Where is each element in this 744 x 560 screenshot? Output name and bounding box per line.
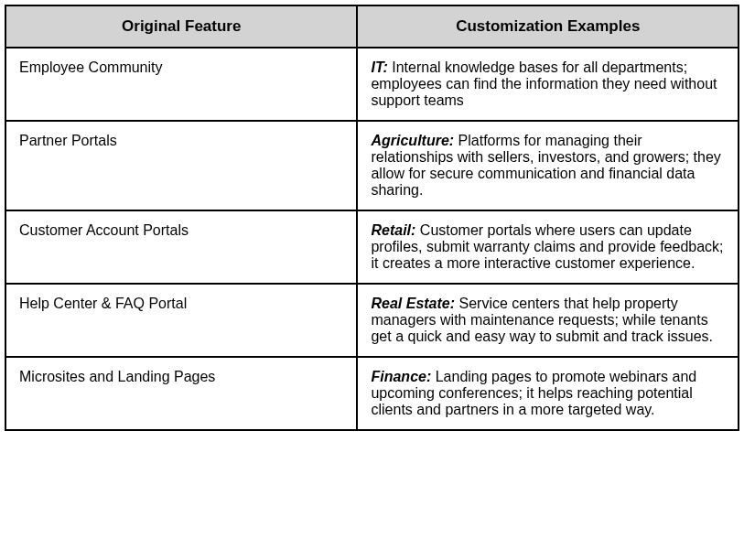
header-customization-examples: Customization Examples bbox=[357, 5, 739, 48]
table-row: Customer Account Portals Retail: Custome… bbox=[5, 210, 739, 284]
table-row: Partner Portals Agriculture: Platforms f… bbox=[5, 121, 739, 210]
feature-table: Original Feature Customization Examples … bbox=[5, 5, 739, 431]
industry-label: IT: bbox=[371, 59, 387, 75]
table-row: Employee Community IT: Internal knowledg… bbox=[5, 48, 739, 121]
example-cell: Real Estate: Service centers that help p… bbox=[357, 284, 739, 357]
industry-label: Finance: bbox=[371, 369, 431, 384]
feature-cell: Customer Account Portals bbox=[5, 210, 357, 284]
example-cell: Retail: Customer portals where users can… bbox=[357, 210, 739, 284]
header-original-feature: Original Feature bbox=[5, 5, 357, 48]
feature-cell: Employee Community bbox=[5, 48, 357, 121]
feature-cell: Microsites and Landing Pages bbox=[5, 357, 357, 430]
example-cell: Finance: Landing pages to promote webina… bbox=[357, 357, 739, 430]
example-description: Customer portals where users can update … bbox=[371, 222, 723, 271]
table-container: Original Feature Customization Examples … bbox=[0, 0, 744, 436]
table-row: Help Center & FAQ Portal Real Estate: Se… bbox=[5, 284, 739, 357]
example-cell: Agriculture: Platforms for managing thei… bbox=[357, 121, 739, 210]
industry-label: Retail: bbox=[371, 222, 415, 238]
table-row: Microsites and Landing Pages Finance: La… bbox=[5, 357, 739, 430]
industry-label: Agriculture: bbox=[371, 133, 454, 148]
example-cell: IT: Internal knowledge bases for all dep… bbox=[357, 48, 739, 121]
feature-cell: Partner Portals bbox=[5, 121, 357, 210]
table-header-row: Original Feature Customization Examples bbox=[5, 5, 739, 48]
industry-label: Real Estate: bbox=[371, 296, 455, 311]
feature-cell: Help Center & FAQ Portal bbox=[5, 284, 357, 357]
example-description: Internal knowledge bases for all departm… bbox=[371, 59, 717, 108]
